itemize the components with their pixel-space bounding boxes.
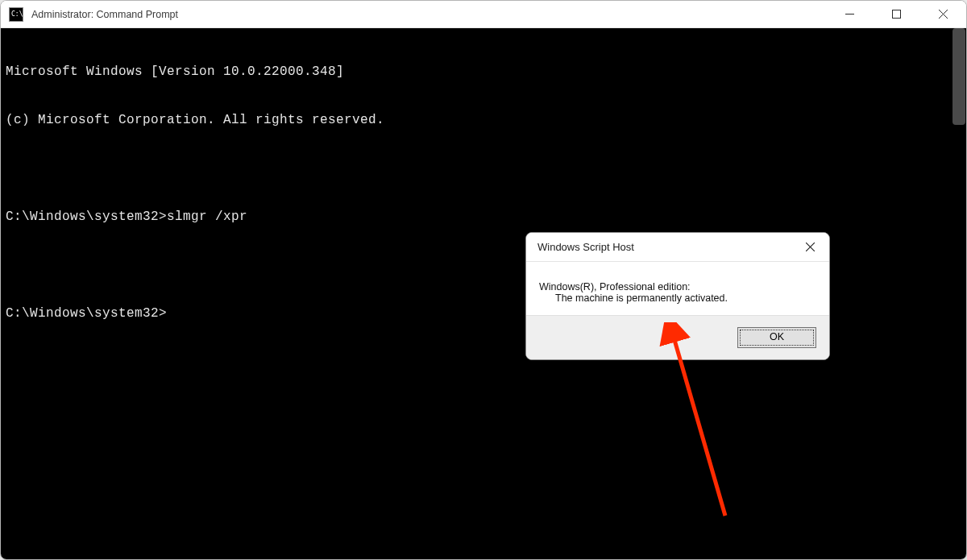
dialog-titlebar[interactable]: Windows Script Host: [526, 233, 829, 262]
minimize-button[interactable]: [826, 1, 873, 27]
dialog-title: Windows Script Host: [537, 241, 634, 253]
dialog-message-line2: The machine is permanently activated.: [539, 292, 816, 304]
console-line: (c) Microsoft Corporation. All rights re…: [6, 112, 961, 128]
maximize-button[interactable]: [873, 1, 919, 27]
svg-rect-1: [892, 10, 900, 19]
command: slmgr /xpr: [167, 209, 247, 224]
dialog-footer: OK: [526, 315, 829, 359]
close-button[interactable]: [919, 1, 966, 27]
close-icon: [806, 243, 815, 251]
cmd-icon: C:\: [9, 7, 23, 22]
ok-button[interactable]: OK: [737, 327, 816, 348]
prompt: C:\Windows\system32>: [6, 209, 167, 224]
window-title: Administrator: Command Prompt: [31, 9, 826, 20]
wsh-dialog: Windows Script Host Windows(R), Professi…: [525, 232, 830, 360]
vertical-scrollbar[interactable]: [952, 28, 965, 558]
cmd-icon-text: C:\: [11, 11, 23, 18]
console-line: Microsoft Windows [Version 10.0.22000.34…: [6, 64, 961, 80]
dialog-message-line1: Windows(R), Professional edition:: [539, 281, 816, 292]
dialog-close-button[interactable]: [791, 233, 829, 261]
prompt: C:\Windows\system32>: [6, 306, 167, 321]
titlebar[interactable]: C:\ Administrator: Command Prompt: [1, 1, 966, 28]
scrollbar-thumb[interactable]: [952, 28, 965, 125]
close-icon: [939, 10, 948, 19]
minimize-icon: [845, 10, 854, 19]
maximize-icon: [892, 10, 901, 19]
console-line: C:\Windows\system32>slmgr /xpr: [6, 209, 961, 225]
console-blank: [6, 160, 961, 176]
window-controls: [826, 1, 966, 27]
dialog-body: Windows(R), Professional edition: The ma…: [526, 262, 829, 315]
